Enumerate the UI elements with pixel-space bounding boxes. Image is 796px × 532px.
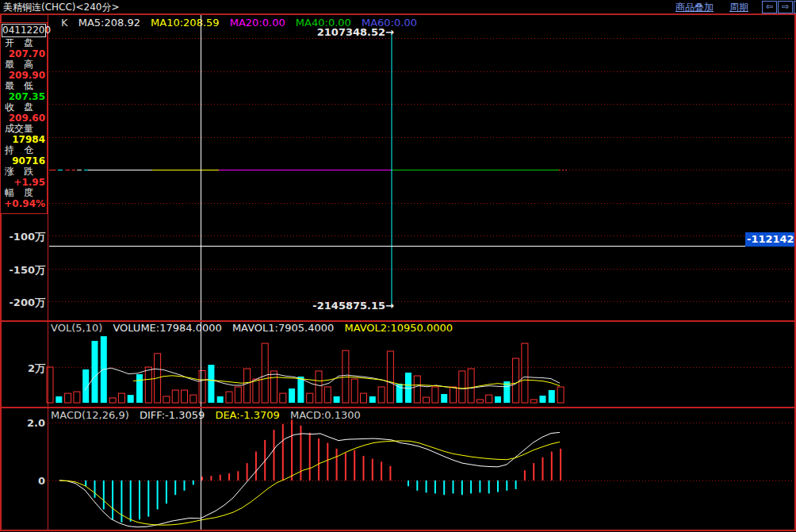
quote-row-label: 开 盘: [1, 38, 47, 48]
bar-time-label: 04112200: [2, 24, 46, 37]
macd-axis-label-0: 0: [0, 475, 45, 487]
macd-axis-label-2: 2.0: [0, 417, 45, 429]
y-axis-line: [48, 14, 48, 530]
dea-value: DEA:-1.3709: [215, 409, 279, 421]
quote-row-value: 90716: [1, 155, 47, 166]
menu-item-period[interactable]: 周期: [729, 1, 748, 14]
quote-row-value: +0.94%: [1, 198, 47, 209]
volume-ma-lines: [85, 368, 560, 390]
quote-row-value: 207.35: [1, 91, 47, 102]
ma5-value: MA5:208.92: [78, 17, 140, 29]
quote-row: 持 仓90716: [1, 145, 47, 166]
mavol1-value: MAVOL1:7905.4000: [232, 322, 334, 334]
back-arrow-icon[interactable]: ⇦: [762, 1, 777, 13]
max-value-annotation: 2107348.52→: [317, 26, 394, 38]
macd-params-label: MACD(12,26,9): [51, 409, 129, 421]
crosshair-value-tag: -1121426.1: [745, 232, 796, 247]
menu-item-overlay-commodity[interactable]: 商品叠加: [675, 1, 714, 14]
quote-row-value: +1.95: [1, 177, 47, 188]
title-bar: 美精铜连(CHCC)<240分> 商品叠加 周期 ⇦ ⇨ ⇦: [0, 0, 796, 13]
crosshair[interactable]: [49, 14, 745, 530]
quote-row-value: 209.60: [1, 113, 47, 124]
quote-row-label: 涨 跌: [1, 166, 47, 177]
main-axis-label-neg150w: -150万: [0, 263, 45, 277]
quote-row: 最 低207.35: [1, 81, 47, 102]
quote-row: 幅 度+0.94%: [1, 188, 47, 209]
quote-row-label: 持 仓: [1, 145, 47, 155]
quote-row: 成交量17984: [1, 124, 47, 145]
quote-row-label: 收 盘: [1, 102, 47, 113]
min-value-annotation: -2145875.15→: [312, 300, 394, 312]
quote-row: 收 盘209.60: [1, 102, 47, 124]
volume-value: VOLUME:17984.0000: [113, 322, 221, 334]
quote-row-value: 17984: [1, 134, 47, 145]
quote-row-label: 最 高: [1, 59, 47, 70]
quote-row-label: 最 低: [1, 81, 47, 91]
vol-params-label: VOL(5,10): [51, 322, 102, 334]
main-volume-separator: [0, 320, 796, 322]
macd-histogram: [86, 419, 561, 522]
indicator-k-label: K: [61, 17, 68, 29]
forward-arrow-icon[interactable]: ⇨: [778, 1, 793, 13]
quote-row: 开 盘207.70: [1, 38, 47, 59]
ma10-value: MA10:208.59: [151, 17, 220, 29]
quote-row-value: 209.90: [1, 70, 47, 81]
quote-info-panel: 04112200 开 盘207.70最 高209.90最 低207.35收 盘2…: [0, 22, 48, 214]
main-axis-label-neg200w: -200万: [0, 296, 45, 310]
mavol2-value: MAVOL2:10950.0000: [344, 322, 453, 334]
quote-row: 最 高209.90: [1, 59, 47, 81]
macd-indicator-header: MACD(12,26,9) DIFF:-1.3059 DEA:-1.3709 M…: [51, 409, 368, 421]
macd-lines: [59, 432, 560, 526]
quote-rows: 开 盘207.70最 高209.90最 低207.35收 盘209.60成交量1…: [1, 38, 47, 209]
volume-indicator-header: VOL(5,10) VOLUME:17984.0000 MAVOL1:7905.…: [51, 322, 460, 334]
volume-macd-separator: [0, 407, 796, 408]
main-axis-label-neg100w: -100万: [0, 230, 45, 244]
ma20-value: MA20:0.00: [230, 17, 285, 29]
diff-value: DIFF:-1.3059: [140, 409, 205, 421]
chart-window: 美精铜连(CHCC)<240分> 商品叠加 周期 ⇦ ⇨ ⇦ 04112200 …: [0, 0, 796, 532]
quote-row-value: 207.70: [1, 48, 47, 59]
macd-value: MACD:0.1300: [290, 409, 361, 421]
quote-row-label: 成交量: [1, 124, 47, 134]
window-border-bottom: [0, 530, 796, 531]
quote-row-label: 幅 度: [1, 188, 47, 198]
quote-row: 涨 跌+1.95: [1, 166, 47, 188]
volume-bars: [47, 336, 564, 403]
titlebar-separator: [0, 13, 796, 15]
volume-axis-label-2w: 2万: [0, 362, 45, 376]
symbol-title: 美精铜连(CHCC)<240分>: [3, 1, 120, 14]
chart-canvas: [0, 0, 796, 532]
